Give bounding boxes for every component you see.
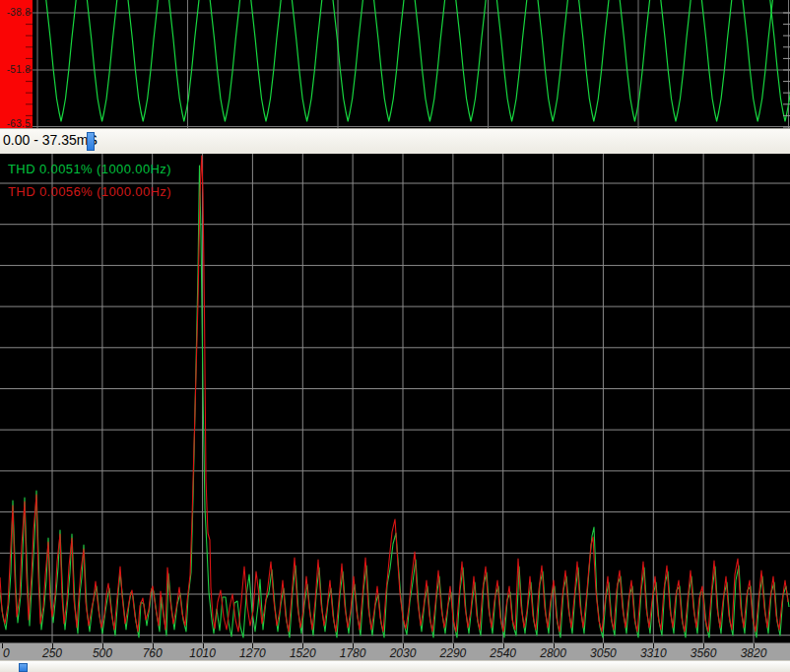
freq-tick-label: 2540 [490, 646, 516, 660]
waveform-panel: -38.8 -51.8 -63.5 [0, 0, 790, 128]
thd-readout-green: THD 0.0051% (1000.00Hz) [8, 162, 171, 176]
frequency-scroll-thumb[interactable] [19, 663, 28, 672]
spectrum-plot [0, 154, 790, 642]
freq-tick-label: 250 [42, 646, 62, 660]
freq-tick-label: 3820 [741, 646, 767, 660]
thd-readout-red: THD 0.0056% (1000.00Hz) [8, 184, 171, 199]
wave-y-tick-label: -63.5 [0, 118, 31, 129]
audio-analyzer-window: -38.8 -51.8 -63.5 0.00 - 37.35mS THD 0.0… [0, 0, 790, 672]
freq-tick-label: 2030 [390, 646, 417, 660]
waveform-plot [0, 0, 790, 128]
freq-tick-label: 2800 [540, 646, 566, 660]
wave-y-tick-label: -38.8 [0, 7, 31, 18]
wave-y-tick-label: -51.8 [0, 64, 31, 75]
frequency-axis: 0250500760101012701520178020302290254028… [0, 642, 790, 660]
freq-tick-label: 2290 [440, 646, 467, 660]
freq-tick-label: 0 [3, 646, 10, 660]
freq-tick-label: 3560 [691, 646, 717, 660]
freq-tick-label: 3310 [640, 646, 667, 660]
freq-tick-label: 1010 [189, 646, 216, 660]
freq-tick-label: 3050 [590, 646, 617, 660]
time-range-label: 0.00 - 37.35mS [3, 132, 98, 148]
freq-tick-label: 500 [93, 646, 112, 660]
freq-tick-label: 760 [143, 646, 163, 660]
time-scroll-thumb[interactable] [87, 132, 95, 151]
time-scrollbar[interactable]: 0.00 - 37.35mS [0, 128, 790, 154]
frequency-scrollbar[interactable] [0, 660, 790, 672]
freq-tick-label: 1270 [239, 646, 266, 660]
freq-tick-label: 1780 [340, 646, 366, 660]
spectrum-panel: THD 0.0051% (1000.00Hz) THD 0.0056% (100… [0, 154, 790, 642]
freq-tick-label: 1520 [290, 646, 316, 660]
